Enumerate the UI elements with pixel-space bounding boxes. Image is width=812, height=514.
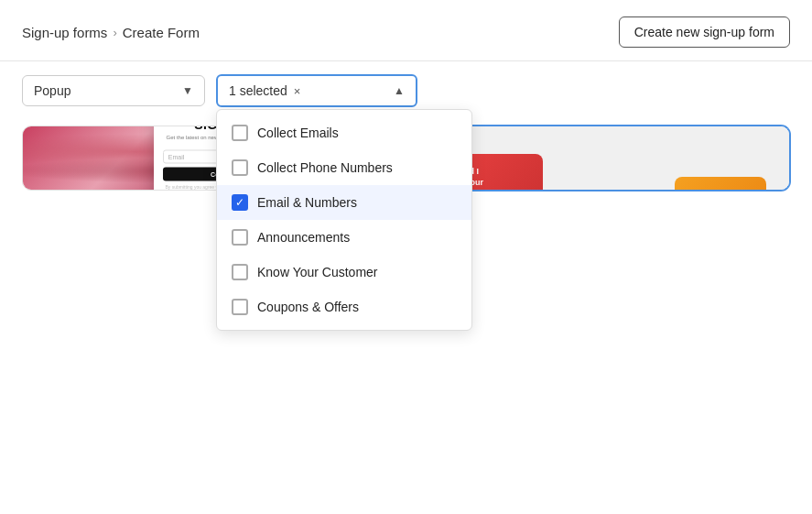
dropdown-item-coupons-offers[interactable]: Coupons & Offers [217, 290, 471, 324]
chevron-down-icon: ▼ [182, 84, 193, 97]
dropdown-item-know-customer[interactable]: Know Your Customer [217, 255, 471, 290]
dropdown-label-email-numbers: Email & Numbers [257, 195, 357, 210]
checkbox-email-numbers[interactable]: ✓ [232, 194, 248, 211]
create-new-form-button[interactable]: Create new sign-up form [619, 16, 790, 48]
dropdown-item-collect-phone[interactable]: Collect Phone Numbers [217, 150, 471, 185]
chevron-up-icon: ▲ [394, 84, 405, 97]
dropdown-label-collect-emails: Collect Emails [257, 126, 339, 140]
breadcrumb-current: Create Form [123, 25, 200, 40]
breadcrumb-link[interactable]: Sign-up forms [22, 25, 107, 40]
checkbox-collect-phone[interactable] [232, 159, 248, 176]
checkbox-announcements[interactable] [232, 229, 248, 246]
dropdown-item-collect-emails[interactable]: Collect Emails [217, 115, 471, 150]
dropdown-item-email-numbers[interactable]: ✓ Email & Numbers [217, 185, 471, 220]
checkbox-coupons-offers[interactable] [232, 299, 248, 315]
dropdown-label-collect-phone: Collect Phone Numbers [257, 160, 393, 175]
filter-dropdown[interactable]: 1 selected × ▲ Collect Emails Collect Ph… [216, 74, 417, 107]
filter-clear-icon[interactable]: × [294, 84, 301, 98]
dropdown-label-announcements: Announcements [257, 230, 350, 245]
toolbar: Popup ▼ 1 selected × ▲ Collect Emails Co… [0, 61, 812, 116]
breadcrumb: Sign-up forms › Create Form [22, 25, 200, 40]
filter-badge-label: 1 selected [229, 83, 287, 98]
filter-dropdown-menu: Collect Emails Collect Phone Numbers ✓ E… [216, 109, 472, 331]
checkmark-icon: ✓ [235, 197, 244, 208]
breadcrumb-separator: › [113, 26, 116, 39]
filter-badge: 1 selected × [229, 83, 300, 98]
dropdown-label-coupons-offers: Coupons & Offers [257, 300, 359, 314]
page-header: Sign-up forms › Create Form Create new s… [0, 0, 812, 61]
dropdown-label-know-customer: Know Your Customer [257, 265, 378, 279]
stay-right-line1: You rock. [682, 188, 759, 190]
checkbox-collect-emails[interactable] [232, 125, 248, 141]
filter-trigger[interactable]: 1 selected × ▲ [216, 74, 417, 107]
dropdown-item-announcements[interactable]: Announcements [217, 220, 471, 255]
form-type-dropdown[interactable]: Popup ▼ [22, 75, 205, 106]
form-type-trigger[interactable]: Popup ▼ [22, 75, 205, 106]
checkbox-know-customer[interactable] [232, 264, 248, 280]
form-type-label: Popup [34, 83, 70, 98]
stay-card-right: You rock. Check your messages... Next I'… [675, 177, 766, 190]
